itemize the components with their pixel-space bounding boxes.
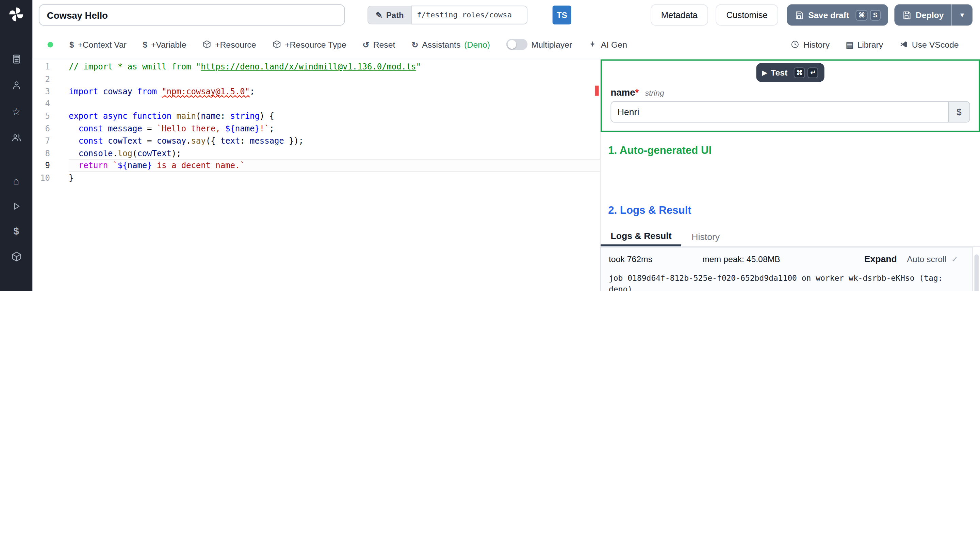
sparkle-icon	[588, 40, 597, 49]
dollar-icon: $	[69, 40, 74, 49]
expand-button[interactable]: Expand	[864, 254, 897, 264]
add-resource-type-button[interactable]: +Resource Type	[272, 40, 347, 49]
package-icon	[202, 40, 211, 49]
status-dot	[48, 41, 53, 47]
editor-toolbar: $+Context Var $+Variable +Resource +Reso…	[33, 30, 980, 59]
dollar-icon: $	[143, 40, 147, 49]
path-button-label: Path	[386, 10, 404, 20]
add-variable-button[interactable]: $+Variable	[143, 40, 186, 49]
windmill-logo-icon[interactable]	[8, 5, 25, 24]
user-icon[interactable]	[0, 78, 33, 92]
save-icon	[795, 10, 804, 20]
save-draft-shortcut: ⌘S	[853, 10, 881, 20]
line-number-gutter: 12345678910	[33, 61, 69, 291]
deploy-button[interactable]: Deploy	[894, 5, 951, 25]
library-icon: ▤	[846, 40, 854, 49]
windmill-script-editor: ☆ ⌂ $ ⚙ ☾ →	[0, 0, 980, 291]
test-button[interactable]: ▶ Test ⌘↵	[756, 63, 825, 82]
code-lines[interactable]: // import * as wmill from "https://deno.…	[69, 61, 600, 291]
metadata-button[interactable]: Metadata	[650, 5, 708, 25]
main-column: ✎ Path TS Metadata Customise Save draft …	[33, 0, 980, 291]
play-icon[interactable]	[0, 199, 33, 214]
content-area: 12345678910 // import * as wmill from "h…	[33, 59, 980, 291]
logs-result-box: took 762ms mem peak: 45.08MB Expand Auto…	[601, 247, 972, 291]
add-resource-button[interactable]: +Resource	[202, 40, 256, 49]
multiplayer-control: Multiplayer	[506, 39, 572, 50]
arg-name: name	[611, 87, 635, 97]
run-panel: ▶ Test ⌘↵ name* string $ 1. Auto-gene	[600, 59, 980, 291]
reset-button[interactable]: ↺Reset	[363, 40, 395, 49]
auto-scroll-label: Auto scroll	[907, 254, 946, 264]
log-output: job 0189d64f-812b-525e-f020-652bd9da1100…	[609, 272, 964, 291]
add-context-var-button[interactable]: $+Context Var	[69, 40, 127, 49]
deploy-icon	[902, 10, 911, 20]
deploy-dropdown-button[interactable]: ▾	[951, 5, 972, 25]
tab-history[interactable]: History	[682, 227, 730, 247]
path-group: ✎ Path	[368, 6, 527, 24]
insert-variable-button[interactable]: $	[948, 102, 969, 122]
required-asterisk: *	[635, 87, 639, 97]
pencil-icon: ✎	[375, 10, 382, 20]
chevron-down-icon: ▾	[960, 11, 964, 19]
section-logs-result: 2. Logs & Result	[608, 205, 980, 217]
logs-pane: took 762ms mem peak: 45.08MB Expand Auto…	[601, 247, 972, 291]
panel-scrollbar[interactable]	[974, 255, 978, 291]
multiplayer-label: Multiplayer	[531, 40, 572, 49]
deploy-group: Deploy ▾	[894, 5, 972, 25]
star-icon[interactable]: ☆	[0, 104, 33, 119]
reset-icon: ↺	[363, 40, 369, 49]
test-args-section: ▶ Test ⌘↵ name* string $	[601, 59, 980, 132]
tab-logs-result[interactable]: Logs & Result	[601, 227, 682, 247]
sidebar-group-top: ☆	[0, 51, 33, 156]
box-icon[interactable]	[0, 249, 33, 264]
arg-name-input[interactable]	[611, 102, 948, 122]
path-button[interactable]: ✎ Path	[368, 6, 411, 24]
assistants-language: (Deno)	[464, 40, 490, 49]
sidebar-group-run: ⌂ $	[0, 174, 33, 274]
refresh-icon: ↻	[411, 40, 418, 49]
top-bar: ✎ Path TS Metadata Customise Save draft …	[33, 0, 980, 30]
package-icon	[272, 40, 281, 49]
ai-gen-button[interactable]: AI Gen	[588, 40, 627, 49]
run-stats-row: took 762ms mem peak: 45.08MB Expand Auto…	[601, 247, 972, 266]
use-vscode-button[interactable]: Use VScode	[899, 40, 959, 49]
home-icon[interactable]: ⌂	[0, 174, 33, 189]
users-icon[interactable]	[0, 130, 33, 145]
arg-input-group: $	[611, 102, 970, 123]
mem-peak-stat: mem peak: 45.08MB	[702, 254, 780, 264]
play-icon: ▶	[762, 69, 767, 76]
test-label: Test	[771, 68, 788, 77]
took-stat: took 762ms	[609, 254, 652, 264]
calculator-icon[interactable]	[0, 51, 33, 66]
section-auto-generated-ui: 1. Auto-generated UI	[608, 144, 980, 157]
check-icon[interactable]: ✓	[951, 254, 958, 264]
arg-type: string	[645, 89, 664, 98]
error-overview-marker	[595, 86, 599, 96]
clock-icon	[791, 40, 800, 49]
path-input[interactable]	[411, 6, 528, 24]
vscode-icon	[899, 40, 908, 49]
code-editor[interactable]: 12345678910 // import * as wmill from "h…	[33, 59, 600, 291]
sidebar: ☆ ⌂ $ ⚙ ☾ →	[0, 0, 33, 291]
assistants-button[interactable]: ↻Assistants (Deno)	[411, 40, 490, 49]
multiplayer-toggle[interactable]	[506, 39, 527, 50]
typescript-badge: TS	[553, 6, 571, 24]
logs-tabs: Logs & ResultHistory	[601, 227, 980, 247]
script-name-input[interactable]	[39, 5, 345, 25]
save-draft-button[interactable]: Save draft ⌘S	[787, 5, 888, 25]
deploy-label: Deploy	[916, 10, 944, 20]
library-button[interactable]: ▤Library	[846, 40, 883, 49]
dollar-icon[interactable]: $	[0, 224, 33, 239]
history-button[interactable]: History	[791, 40, 830, 49]
customise-button[interactable]: Customise	[716, 5, 778, 25]
arg-label-row: name* string	[611, 87, 978, 97]
save-draft-label: Save draft	[808, 10, 849, 20]
test-shortcut: ⌘↵	[791, 67, 818, 78]
